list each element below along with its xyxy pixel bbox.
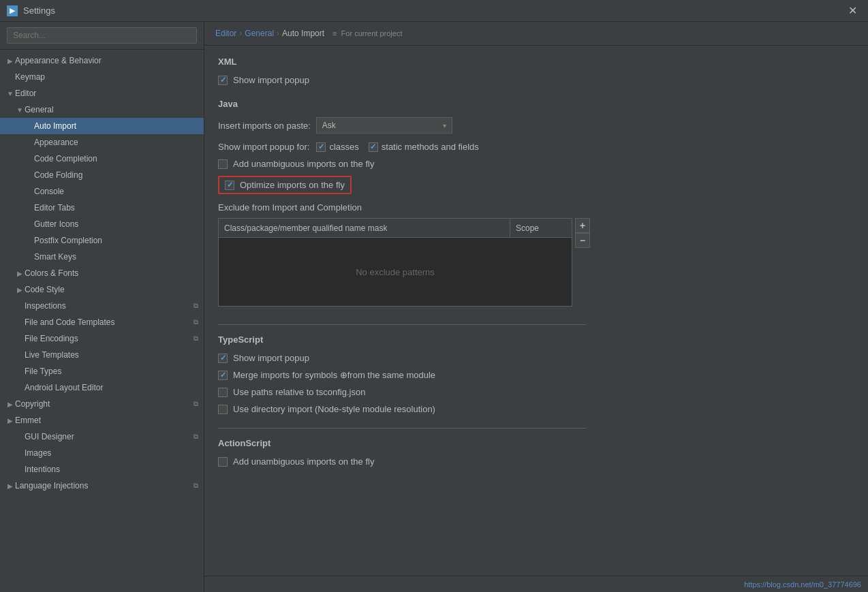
- optimize-imports-label: Optimize imports on the fly: [240, 180, 345, 190]
- breadcrumb-editor: Editor: [215, 29, 236, 38]
- ts-use-paths-relative-checkbox[interactable]: [218, 388, 228, 397]
- col-scope-label: Scope: [516, 223, 539, 233]
- settings-tree: Appearance & Behavior Keymap Editor: [0, 50, 204, 592]
- copy-icon: ⧉: [193, 334, 198, 343]
- as-add-unambiguous-label: Add unambiguous imports on the fly: [233, 456, 374, 467]
- sidebar-item-label: GUI Designer: [25, 432, 74, 441]
- sidebar-item-appearance[interactable]: Appearance: [0, 134, 204, 151]
- xml-show-import-popup-row: Show import popup: [218, 75, 854, 85]
- ts-show-import-popup-row: Show import popup: [218, 353, 854, 363]
- xml-show-import-popup-checkbox[interactable]: [218, 76, 228, 85]
- classes-label: classes: [329, 142, 358, 152]
- sidebar-item-postfix-completion[interactable]: Postfix Completion: [0, 232, 204, 249]
- sidebar-item-general[interactable]: General: [0, 102, 204, 118]
- xml-show-import-popup-label: Show import popup: [233, 75, 309, 85]
- sidebar-item-colors-fonts[interactable]: Colors & Fonts: [0, 265, 204, 281]
- content-area: Editor › General › Auto Import ≡ For cur…: [204, 22, 868, 592]
- sidebar-item-intentions[interactable]: Intentions: [0, 461, 204, 478]
- sidebar-item-file-types[interactable]: File Types: [0, 363, 204, 379]
- sidebar-item-language-injections[interactable]: Language Injections ⧉: [0, 478, 204, 494]
- sidebar-item-label: Auto Import: [34, 121, 76, 131]
- as-add-unambiguous-checkbox[interactable]: [218, 457, 228, 467]
- ts-use-directory-import-label: Use directory import (Node-style module …: [233, 404, 435, 414]
- sidebar-item-label: Postfix Completion: [34, 236, 102, 245]
- ts-merge-imports-row: Merge imports for symbols ⊕from the same…: [218, 370, 854, 380]
- sidebar-item-label: General: [25, 105, 54, 114]
- exclude-table: Class/package/member qualified name mask…: [218, 218, 572, 307]
- search-input[interactable]: [7, 27, 197, 44]
- add-unambiguous-row: Add unambiguous imports on the fly: [218, 159, 854, 169]
- sidebar-item-code-folding[interactable]: Code Folding: [0, 167, 204, 183]
- sidebar-item-label: Smart Keys: [34, 252, 76, 262]
- sidebar-item-code-completion[interactable]: Code Completion: [0, 151, 204, 167]
- copy-icon: ⧉: [193, 318, 198, 326]
- close-button[interactable]: ✕: [844, 3, 861, 18]
- as-add-unambiguous-row: Add unambiguous imports on the fly: [218, 456, 854, 467]
- ts-show-import-popup-checkbox[interactable]: [218, 354, 228, 363]
- classes-option: classes: [316, 142, 358, 152]
- sidebar-item-keymap[interactable]: Keymap: [0, 69, 204, 85]
- add-pattern-button[interactable]: +: [575, 218, 590, 233]
- sidebar-item-label: File Types: [25, 367, 61, 376]
- sidebar-item-console[interactable]: Console: [0, 183, 204, 200]
- ts-merge-imports-checkbox[interactable]: [218, 371, 228, 380]
- sidebar-item-copyright[interactable]: Copyright ⧉: [0, 396, 204, 412]
- optimize-imports-checkbox[interactable]: [225, 181, 234, 190]
- typescript-section-title: TypeScript: [218, 334, 854, 345]
- java-section-title: Java: [218, 99, 854, 109]
- sidebar-item-gutter-icons[interactable]: Gutter Icons: [0, 216, 204, 232]
- insert-imports-row: Insert imports on paste: Ask ▾: [218, 117, 854, 134]
- sidebar-item-auto-import[interactable]: Auto Import: [0, 118, 204, 134]
- arrow-icon: [5, 482, 15, 490]
- optimize-imports-row: Optimize imports on the fly: [218, 176, 352, 194]
- insert-imports-dropdown[interactable]: Ask ▾: [316, 117, 452, 134]
- sidebar-item-editor[interactable]: Editor: [0, 85, 204, 102]
- sidebar-item-inspections[interactable]: Inspections ⧉: [0, 298, 204, 314]
- sidebar-item-label: File and Code Templates: [25, 317, 115, 327]
- sidebar-item-images[interactable]: Images: [0, 445, 204, 461]
- title-bar-left: ▶ Settings: [7, 5, 55, 16]
- breadcrumb-general: General: [245, 29, 274, 38]
- sidebar-item-android-layout-editor[interactable]: Android Layout Editor: [0, 379, 204, 396]
- table-col-name: Class/package/member qualified name mask: [219, 219, 510, 237]
- classes-checkbox[interactable]: [316, 142, 326, 152]
- actionscript-section-title: ActionScript: [218, 438, 854, 448]
- sidebar-item-label: Images: [25, 448, 51, 458]
- add-unambiguous-checkbox[interactable]: [218, 159, 228, 169]
- ts-merge-imports-label: Merge imports for symbols ⊕from the same…: [233, 370, 435, 380]
- sidebar-item-gui-designer[interactable]: GUI Designer ⧉: [0, 429, 204, 445]
- add-unambiguous-label: Add unambiguous imports on the fly: [233, 159, 374, 169]
- sidebar-item-emmet[interactable]: Emmet: [0, 412, 204, 429]
- sidebar-item-appearance-behavior[interactable]: Appearance & Behavior: [0, 52, 204, 69]
- main-layout: Appearance & Behavior Keymap Editor: [0, 22, 868, 592]
- table-col-scope: Scope: [510, 219, 572, 237]
- sidebar-item-label: Inspections: [25, 301, 66, 311]
- sidebar-item-label: Code Style: [25, 285, 65, 294]
- exclude-area: Class/package/member qualified name mask…: [218, 218, 854, 307]
- sidebar-item-file-code-templates[interactable]: File and Code Templates ⧉: [0, 314, 204, 330]
- sidebar-item-smart-keys[interactable]: Smart Keys: [0, 249, 204, 265]
- sidebar-item-file-encodings[interactable]: File Encodings ⧉: [0, 330, 204, 347]
- sidebar-item-code-style[interactable]: Code Style: [0, 281, 204, 298]
- ts-show-import-popup-label: Show import popup: [233, 353, 309, 363]
- breadcrumb-auto-import: Auto Import: [282, 29, 324, 38]
- sidebar-item-label: Android Layout Editor: [25, 383, 103, 392]
- window-title: Settings: [23, 5, 55, 16]
- sidebar-item-editor-tabs[interactable]: Editor Tabs: [0, 200, 204, 216]
- arrow-icon: [5, 57, 15, 65]
- remove-pattern-button[interactable]: −: [575, 233, 590, 248]
- title-bar: ▶ Settings ✕: [0, 0, 868, 22]
- ts-use-directory-import-checkbox[interactable]: [218, 405, 228, 414]
- arrow-icon: [15, 106, 25, 114]
- copy-icon: ⧉: [193, 302, 198, 310]
- sidebar-item-live-templates[interactable]: Live Templates: [0, 347, 204, 363]
- dropdown-arrow-icon: ▾: [443, 122, 446, 129]
- ts-use-paths-relative-row: Use paths relative to tsconfig.json: [218, 387, 854, 397]
- arrow-icon: [5, 401, 15, 408]
- static-methods-checkbox[interactable]: [369, 142, 378, 152]
- sidebar-item-label: Editor: [15, 89, 36, 98]
- table-header: Class/package/member qualified name mask…: [219, 219, 572, 238]
- copy-icon: ⧉: [193, 482, 198, 490]
- sidebar-item-label: Language Injections: [15, 481, 88, 490]
- sidebar-item-label: Emmet: [15, 416, 41, 425]
